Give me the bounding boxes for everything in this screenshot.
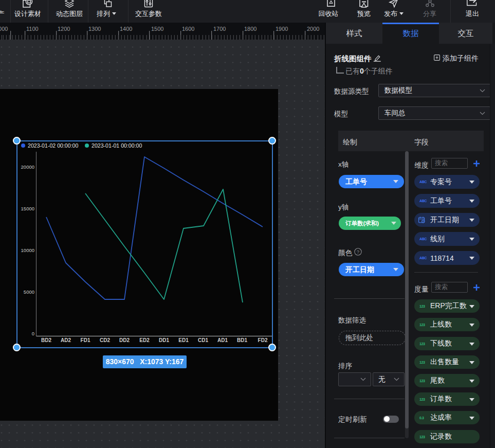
svg-text:?: ? [357,249,359,255]
